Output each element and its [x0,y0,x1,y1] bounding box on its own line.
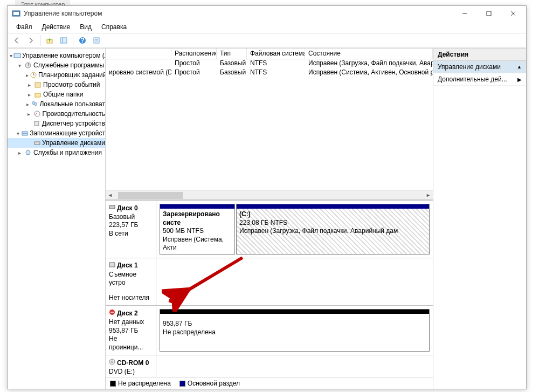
svg-rect-28 [109,263,115,267]
svg-rect-23 [22,132,27,133]
tree-label: Общие папки [43,91,83,98]
back-button[interactable] [11,35,23,46]
disk-info: Диск 1 Съемное устро Нет носителя [106,258,156,305]
tree-event-viewer[interactable]: ▸Просмотр событий [8,80,105,90]
svg-rect-27 [109,205,115,209]
error-icon [109,309,115,318]
close-button[interactable] [501,6,525,21]
tree-device-manager[interactable]: Диспетчер устройств [8,119,105,128]
actions-pane: Действия Управление дисками ▲ Дополнител… [433,49,526,389]
partition-c[interactable]: (C:) 223,08 ГБ NTFS Исправен (Загрузка, … [236,204,430,255]
legend-label: Не распределена [118,380,171,387]
forward-button[interactable] [25,35,37,46]
storage-icon [21,129,29,137]
legend-swatch-primary [179,381,185,387]
tree-label: Управление дисками [42,139,105,147]
disk-info: Диск 0 Базовый 223,57 ГБ В сети [106,201,156,258]
tree-label: Локальные пользоват [39,100,105,108]
volume-list-header[interactable]: Расположение Тип Файловая система Состоя… [106,49,433,59]
tree-root-computer-management[interactable]: ▾Управление компьютером (л [8,51,105,60]
disk-info: Диск 2 Нет данных 953,87 ГБ Не проиници.… [106,306,156,355]
scroll-right[interactable]: ► [424,191,433,200]
tree-label: Службы и приложения [33,149,102,156]
disk-row-disk1[interactable]: Диск 1 Съемное устро Нет носителя [106,258,433,306]
nav-tree[interactable]: ▾Управление компьютером (л ▾Служебные пр… [8,49,106,389]
col-filesystem[interactable]: Файловая система [247,49,305,59]
chevron-right-icon: ▶ [517,77,522,82]
legend: Не распределена Основной раздел [106,377,433,389]
col-type[interactable]: Тип [217,49,247,59]
action-label: Дополнительные дей... [438,75,507,83]
partition-system-reserved[interactable]: Зарезервировано систе 500 МБ NTFS Исправ… [160,204,235,255]
help-button[interactable]: ? [77,35,88,46]
action-label: Управление дисками [438,63,501,71]
volume-row[interactable]: Простой Базовый NTFS Исправен (Загрузка,… [106,59,433,68]
svg-rect-18 [35,93,40,97]
disk-info: CD-ROM 0 DVD (E:) [106,355,156,377]
disk-map: Диск 0 Базовый 223,57 ГБ В сети Зарезерв… [106,200,433,377]
tree-label: Запоминающие устройст [30,129,105,137]
hdd-icon [109,204,115,213]
legend-swatch-unallocated [110,381,116,387]
horizontal-scrollbar[interactable]: ◄ ► [106,190,433,200]
volume-list[interactable]: Расположение Тип Файловая система Состоя… [106,49,433,200]
tree-system-tools[interactable]: ▾Служебные программы [8,60,105,70]
volume-row[interactable]: ировано системой (D:) Простой Базовый NT… [106,68,433,78]
disk-row-cdrom[interactable]: CD-ROM 0 DVD (E:) [106,355,433,377]
main-body: ▾Управление компьютером (л ▾Служебные пр… [8,48,526,389]
disk-row-disk0[interactable]: Диск 0 Базовый 223,57 ГБ В сети Зарезерв… [106,201,433,258]
svg-rect-25 [34,142,40,145]
action-more[interactable]: Дополнительные дей... ▶ [433,73,526,86]
titlebar[interactable]: Управление компьютером [8,6,526,21]
svg-rect-7 [60,38,67,43]
svg-text:?: ? [80,37,84,44]
svg-rect-22 [34,121,39,126]
scroll-left[interactable]: ◄ [106,191,115,200]
menu-view[interactable]: Вид [75,22,96,32]
col-layout[interactable]: Расположение [171,49,217,59]
tree-performance[interactable]: ▸Производительность [8,109,105,119]
toolbar: ? [8,33,526,48]
col-volume[interactable] [106,49,171,59]
tree-local-users[interactable]: ▸Локальные пользоват [8,99,105,109]
tree-storage[interactable]: ▾Запоминающие устройст [8,128,105,138]
tree-label: Планировщик заданий [38,71,106,79]
menu-action[interactable]: Действие [38,22,75,32]
tree-services[interactable]: ▸Службы и приложения [8,148,105,157]
maximize-button[interactable] [476,6,501,21]
legend-label: Основной раздел [188,380,240,387]
svg-point-21 [34,111,40,116]
action-disk-management[interactable]: Управление дисками ▲ [433,61,526,73]
mmc-window: Управление компьютером Файл Действие Вид… [7,5,527,389]
col-status[interactable]: Состояние [305,49,433,59]
up-level-button[interactable] [44,35,56,46]
show-tree-button[interactable] [58,35,70,46]
tree-label: Просмотр событий [43,81,100,88]
tree-label: Управление компьютером (л [22,52,106,59]
center-pane: Расположение Тип Файловая система Состоя… [106,49,433,389]
actions-header: Действия [433,49,526,61]
properties-button[interactable] [91,35,102,46]
cdrom-icon [109,359,115,368]
svg-rect-3 [487,11,491,16]
tree-disk-management[interactable]: Управление дисками [8,138,105,148]
partition-unallocated[interactable]: 953,87 ГБ Не распределена [160,309,430,352]
tree-shared-folders[interactable]: ▸Общие папки [8,90,105,99]
menu-help[interactable]: Справка [97,22,131,32]
tree-label: Производительность [43,110,105,118]
disk-row-disk2[interactable]: Диск 2 Нет данных 953,87 ГБ Не проиници.… [106,306,433,355]
minimize-button[interactable] [452,6,476,21]
svg-rect-11 [94,38,99,43]
svg-rect-14 [14,53,20,58]
menu-file[interactable]: Файл [12,22,37,32]
svg-rect-1 [13,12,19,15]
perf-icon [33,109,41,118]
svg-point-32 [112,361,113,363]
device-icon [33,119,41,128]
volume-rows: Простой Базовый NTFS Исправен (Загрузка,… [106,59,433,190]
services-icon [24,148,32,157]
tree-task-scheduler[interactable]: ▸Планировщик заданий [8,70,105,80]
app-icon [12,9,20,18]
svg-point-26 [26,150,30,155]
collapse-icon: ▲ [517,64,522,70]
